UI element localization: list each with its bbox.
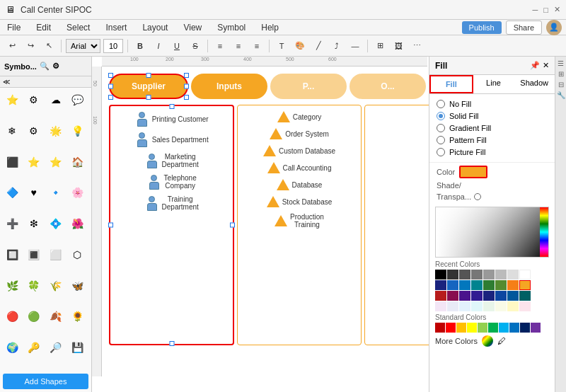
symbol-item[interactable]: 🔳 [25, 246, 43, 264]
eyedropper-icon[interactable]: 🖊 [497, 336, 506, 346]
font-select[interactable]: Arial [66, 39, 100, 53]
menu-select[interactable]: Select [64, 21, 93, 34]
font-size-input[interactable] [103, 39, 123, 53]
align-right-button[interactable]: ≡ [249, 38, 265, 54]
cursor-button[interactable]: ↖ [41, 38, 57, 54]
color-cell[interactable] [495, 301, 507, 311]
menu-help[interactable]: Help [258, 21, 282, 34]
color-cell[interactable] [495, 291, 507, 301]
color-cell[interactable] [519, 291, 531, 301]
search-icon[interactable]: 🔍 [40, 62, 50, 71]
symbol-item[interactable]: 🌻 [68, 307, 86, 325]
color-cell[interactable] [483, 270, 495, 279]
color-cell[interactable] [435, 270, 446, 279]
color-cell[interactable] [447, 291, 458, 301]
color-cell[interactable] [495, 270, 507, 279]
color-cell[interactable] [483, 280, 495, 290]
color-cell[interactable] [507, 291, 519, 301]
redo-button[interactable]: ↪ [23, 38, 38, 54]
gradient-fill-option[interactable]: Gradient Fill [437, 124, 548, 132]
symbol-item[interactable]: 🦋 [68, 277, 86, 295]
symbol-item[interactable]: 🔎 [47, 338, 65, 357]
menu-view[interactable]: View [180, 21, 204, 34]
fill-color-button[interactable]: 🎨 [292, 38, 308, 54]
align-center-button[interactable]: ≡ [231, 38, 246, 54]
picture-fill-option[interactable]: Picture Fill [437, 148, 548, 156]
panel-close-icon[interactable]: ✕ [543, 61, 549, 70]
color-cell[interactable] [519, 270, 531, 279]
right-icon-4[interactable]: 🔧 [557, 91, 565, 99]
header-process[interactable]: P... [270, 74, 347, 99]
right-icon-2[interactable]: ⊞ [558, 70, 564, 78]
std-color[interactable] [509, 323, 519, 333]
symbol-item[interactable]: 💬 [68, 91, 86, 109]
color-cell[interactable] [495, 280, 507, 290]
publish-button[interactable]: Publish [462, 21, 502, 34]
share-button[interactable]: Share [506, 21, 542, 35]
symbol-item[interactable]: 🌾 [47, 277, 65, 295]
color-swatch[interactable] [459, 166, 487, 178]
color-cell[interactable] [447, 270, 458, 279]
symbol-item[interactable]: 🍂 [47, 307, 65, 325]
symbol-item[interactable]: ⚙ [25, 122, 43, 140]
add-shapes-button[interactable]: Add Shapes [3, 374, 88, 389]
italic-button[interactable]: I [151, 38, 166, 54]
symbol-item[interactable]: 🌸 [68, 183, 86, 202]
header-outputs[interactable]: O... [350, 74, 426, 99]
color-cell[interactable] [471, 301, 483, 311]
symbol-item[interactable]: ➕ [3, 214, 21, 233]
text-button[interactable]: T [274, 38, 289, 54]
std-color[interactable] [446, 323, 456, 333]
symbol-item[interactable]: 🔷 [3, 183, 21, 202]
symbol-item[interactable]: ⬡ [68, 246, 86, 264]
maximize-icon[interactable]: □ [543, 6, 548, 14]
header-supplier[interactable]: Supplier [109, 74, 188, 99]
color-wheel-icon[interactable] [482, 335, 493, 347]
std-color[interactable] [467, 323, 477, 333]
right-icon-3[interactable]: ⊟ [558, 81, 564, 88]
symbol-item[interactable]: 🌍 [3, 338, 21, 357]
color-cell-selected[interactable] [519, 280, 531, 290]
color-cell[interactable] [459, 301, 470, 311]
symbol-item[interactable]: ⬜ [47, 246, 65, 264]
tab-fill[interactable]: Fill [429, 75, 473, 93]
color-cell[interactable] [483, 291, 495, 301]
underline-button[interactable]: U [169, 38, 185, 54]
right-icon-1[interactable]: ☰ [558, 59, 564, 67]
canvas-area[interactable]: 100 200 300 400 500 600 50 100 Supplier [92, 57, 555, 392]
symbol-item[interactable]: 🍀 [25, 277, 43, 295]
symbol-item[interactable]: ❇ [25, 214, 43, 233]
menu-layout[interactable]: Layout [139, 21, 171, 34]
color-gradient-picker[interactable] [435, 207, 549, 258]
pattern-fill-option[interactable]: Pattern Fill [437, 136, 548, 144]
color-cell[interactable] [471, 270, 483, 279]
bold-button[interactable]: B [132, 38, 148, 54]
std-color[interactable] [488, 323, 498, 333]
symbol-item[interactable]: 🔴 [3, 307, 21, 325]
symbol-item[interactable]: 🔲 [3, 246, 21, 264]
color-cell[interactable] [507, 270, 519, 279]
menu-edit[interactable]: Edit [33, 21, 54, 34]
line-button[interactable]: ╱ [311, 38, 326, 54]
tab-line[interactable]: Line [473, 75, 514, 93]
symbol-item[interactable]: 🌟 [47, 122, 65, 140]
symbol-item[interactable]: ❄ [3, 122, 21, 140]
color-cell[interactable] [507, 301, 519, 311]
line-style-button[interactable]: — [347, 38, 363, 54]
transparency-radio[interactable] [474, 193, 481, 200]
symbol-item[interactable]: 🏠 [68, 153, 86, 171]
std-color[interactable] [435, 323, 445, 333]
symbol-item[interactable]: 🔑 [25, 338, 43, 357]
symbol-item[interactable]: 🌺 [68, 214, 86, 233]
symbol-item[interactable]: ⭐ [3, 91, 21, 109]
symbol-item[interactable]: 🌿 [3, 277, 21, 295]
symbol-item[interactable]: 💾 [68, 338, 86, 357]
no-fill-option[interactable]: No Fill [437, 100, 548, 108]
connector-button[interactable]: ⤴ [329, 38, 345, 54]
symbol-item[interactable]: ⚙ [25, 91, 43, 109]
strikethrough-button[interactable]: S [187, 38, 203, 54]
menu-insert[interactable]: Insert [103, 21, 129, 34]
symbol-item[interactable]: ☁ [47, 91, 65, 109]
menu-symbol[interactable]: Symbol [214, 21, 248, 34]
color-cell[interactable] [483, 301, 495, 311]
